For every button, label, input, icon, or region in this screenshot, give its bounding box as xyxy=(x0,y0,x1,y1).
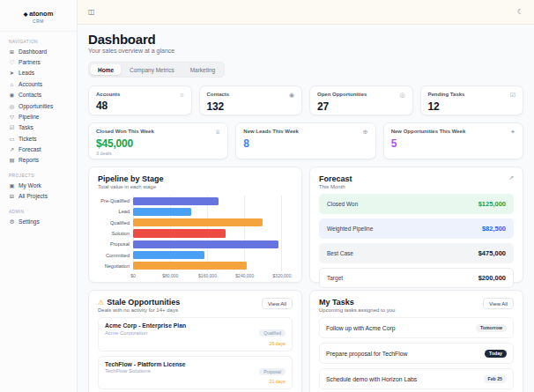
chart-axis-tick: $160,000 xyxy=(198,273,217,278)
chart-bar-committed[interactable] xyxy=(133,251,204,259)
partners-icon: ♡ xyxy=(9,59,15,65)
week-note: 3 deals xyxy=(96,151,220,156)
pipeline-chart-axis: $0$80,000$160,000$240,000$320,000 xyxy=(133,271,282,278)
kpi-value: 27 xyxy=(317,100,405,113)
task-item[interactable]: Schedule demo with Horizon LabsFeb 25 xyxy=(319,368,514,389)
sidebar-item-partners[interactable]: ♡Partners xyxy=(0,56,77,67)
page-subtitle: Your sales overview at a glance xyxy=(88,48,523,54)
task-item[interactable]: Follow up with Acme CorpTomorrow xyxy=(319,317,514,338)
forecast-icon: ↗ xyxy=(9,146,15,152)
sidebar-item-label: All Projects xyxy=(19,193,48,199)
dashboard-icon: ⊞ xyxy=(9,48,15,55)
stale-item-company: Acme Corporation xyxy=(105,330,186,336)
brand-sub: CRM xyxy=(0,18,77,24)
week-card-new-leads-this-week[interactable]: New Leads This Week⊕8 xyxy=(235,122,375,159)
forecast-row-value: $475,000 xyxy=(478,249,506,257)
pipeline-icon: ▽ xyxy=(9,114,15,120)
task-title: Prepare proposal for TechFlow xyxy=(326,351,407,357)
stale-item-title: Acme Corp - Enterprise Plan xyxy=(105,322,186,329)
theme-toggle-icon[interactable]: ☾ xyxy=(517,8,523,16)
kpi-top: Open Opportunities◎ xyxy=(317,92,405,99)
sidebar-item-my-work[interactable]: ▣My Work xyxy=(0,180,77,190)
sidebar-item-opportunities[interactable]: ◎Opportunities xyxy=(0,100,77,111)
week-top: New Opportunities This Week✦ xyxy=(391,129,515,136)
sidebar-toggle-icon[interactable]: ◫ xyxy=(88,8,95,16)
sidebar-item-forecast[interactable]: ↗Forecast xyxy=(0,144,77,154)
chart-bar-proposal[interactable] xyxy=(133,240,278,248)
sidebar-item-dashboard[interactable]: ⊞Dashboard xyxy=(0,46,77,56)
chart-bar-negotiation[interactable] xyxy=(133,262,247,270)
sidebar-item-leads[interactable]: ➤Leads xyxy=(0,68,77,78)
brand-logo: ◆atonom CRM xyxy=(0,7,77,32)
chart-bar-pre-qualified[interactable] xyxy=(133,197,219,205)
sidebar-item-label: Leads xyxy=(19,70,34,76)
tasks-subtitle: Upcoming tasks assigned to you xyxy=(319,307,395,313)
contacts-icon: ◉ xyxy=(289,92,294,99)
sidebar-item-label: Dashboard xyxy=(19,48,47,55)
pipeline-chart: Pre-QualifiedLeadQualifiedSolutionPropos… xyxy=(98,196,293,271)
task-due-badge: Today xyxy=(485,350,507,358)
my-tasks-panel: My Tasks Upcoming tasks assigned to you … xyxy=(309,290,523,392)
sidebar-item-contacts[interactable]: ◉Contacts xyxy=(0,90,77,100)
sidebar-item-reports[interactable]: ▤Reports xyxy=(0,155,77,166)
sidebar: ◆atonom CRM Navigation⊞Dashboard♡Partner… xyxy=(0,0,78,392)
sidebar-item-label: Tasks xyxy=(19,124,33,130)
chart-bar-lead[interactable] xyxy=(133,208,191,216)
bottom-row: ⚠ Stale Opportunities Deals with no acti… xyxy=(88,290,523,392)
all-projects-icon: ⊟ xyxy=(9,193,15,199)
stale-item-left: Acme Corp - Enterprise PlanAcme Corporat… xyxy=(105,322,186,346)
stale-opportunities-panel: ⚠ Stale Opportunities Deals with no acti… xyxy=(88,290,302,392)
kpi-card-pending-tasks[interactable]: Pending Tasks☑12 xyxy=(420,85,524,115)
tab-marketing[interactable]: Marketing xyxy=(183,64,223,75)
chart-bar-solution[interactable] xyxy=(133,229,226,237)
tab-home[interactable]: Home xyxy=(91,64,121,75)
sidebar-item-label: My Work xyxy=(19,182,41,189)
sidebar-item-pipeline[interactable]: ▽Pipeline xyxy=(0,111,77,122)
sidebar-item-tickets[interactable]: ▭Tickets xyxy=(0,133,77,144)
brand-name-text: atonom xyxy=(29,10,53,18)
week-label: New Leads This Week xyxy=(243,129,299,134)
week-label: Closed Won This Week xyxy=(96,129,154,134)
sidebar-item-all-projects[interactable]: ⊟All Projects xyxy=(0,191,77,202)
forecast-row-weighted-pipeline: Weighted Pipeline$82,500 xyxy=(319,218,514,239)
forecast-row-value: $82,500 xyxy=(482,225,506,233)
week-card-closed-won-this-week[interactable]: Closed Won This Week♕$45,0003 deals xyxy=(88,122,228,159)
chart-row-committed: Committed xyxy=(98,249,293,260)
kpi-card-open-opportunities[interactable]: Open Opportunities◎27 xyxy=(309,85,413,115)
forecast-row-value: $125,000 xyxy=(478,200,506,208)
stale-item[interactable]: TechFlow - Platform LicenseTechFlow Solu… xyxy=(98,356,293,390)
tab-company-metrics[interactable]: Company Metrics xyxy=(122,64,182,75)
tasks-title: My Tasks xyxy=(319,298,395,307)
brand-logo-icon: ◆ xyxy=(24,11,28,17)
sidebar-item-label: Forecast xyxy=(19,146,41,152)
stale-view-all-button[interactable]: View All xyxy=(262,298,293,309)
forecast-panel: Forecast This Month ↗ Closed Won$125,000… xyxy=(309,166,523,283)
tasks-view-all-button[interactable]: View All xyxy=(483,298,514,309)
task-title: Follow up with Acme Corp xyxy=(326,325,396,331)
sidebar-item-label: Settings xyxy=(19,218,40,225)
forecast-row-label: Closed Won xyxy=(327,201,358,207)
chart-axis-tick: $240,000 xyxy=(235,273,254,278)
pipeline-panel-head: Pipeline by Stage Total value in each st… xyxy=(98,174,293,189)
week-top: Closed Won This Week♕ xyxy=(96,129,220,136)
kpi-card-contacts[interactable]: Contacts◉132 xyxy=(199,85,303,115)
kpi-card-accounts[interactable]: Accounts⌂48 xyxy=(88,85,192,115)
chart-row-proposal: Proposal xyxy=(98,239,293,249)
new-opportunities-this-week-icon: ✦ xyxy=(510,129,515,136)
dashboard-tabs: HomeCompany MetricsMarketing xyxy=(88,62,225,78)
pipeline-title: Pipeline by Stage xyxy=(98,174,164,183)
tasks-head: My Tasks Upcoming tasks assigned to you … xyxy=(319,298,514,313)
task-item[interactable]: Prepare proposal for TechFlowToday xyxy=(319,343,514,364)
week-card-new-opportunities-this-week[interactable]: New Opportunities This Week✦5 xyxy=(383,122,523,159)
sidebar-item-tasks[interactable]: ☑Tasks xyxy=(0,122,77,133)
dashboard-content: Dashboard Your sales overview at a glanc… xyxy=(78,25,534,392)
sidebar-item-accounts[interactable]: ⌂Accounts xyxy=(0,78,77,89)
kpi-top: Pending Tasks☑ xyxy=(428,92,516,99)
chart-category-label: Committed xyxy=(98,253,133,258)
sidebar-item-settings[interactable]: ⚙Settings xyxy=(0,216,77,226)
chart-bar-qualified[interactable] xyxy=(133,218,263,226)
accounts-icon: ⌂ xyxy=(180,92,183,98)
chart-track xyxy=(133,218,282,228)
forecast-row-label: Target xyxy=(327,275,343,281)
stale-item[interactable]: Acme Corp - Enterprise PlanAcme Corporat… xyxy=(98,317,293,351)
